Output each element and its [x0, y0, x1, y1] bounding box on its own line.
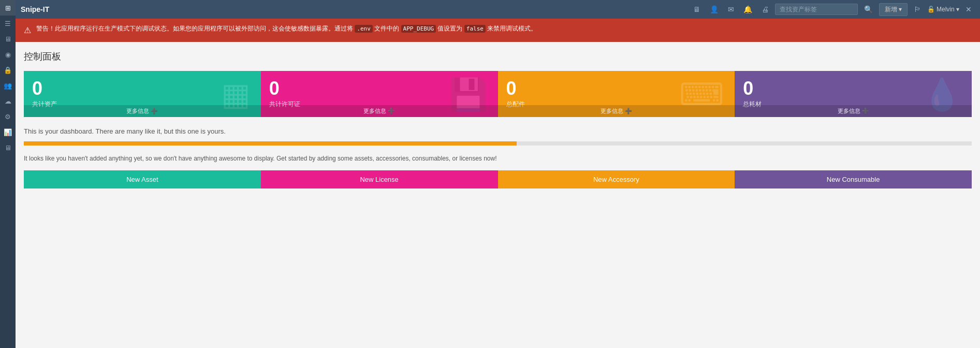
stat-card-0: 0 共计资产 ▦ 更多信息 ➕	[24, 71, 261, 117]
stat-card-2: 0 总配件 ⌨ 更多信息 ➕	[498, 71, 735, 117]
sidebar-item-assets[interactable]: 🖥	[0, 31, 16, 47]
alert-code-debug: APP_DEBUG	[401, 25, 436, 33]
stat-card-1: 0 共计许可证 💾 更多信息 ➕	[261, 71, 498, 117]
sidebar-item-dashboard[interactable]: ⊞	[0, 0, 16, 16]
alert-code-false: false	[464, 25, 486, 33]
stat-more-info[interactable]: 更多信息 ➕	[24, 105, 261, 117]
page-title: 控制面板	[24, 50, 972, 63]
action-buttons: New AssetNew LicenseNew AccessoryNew Con…	[24, 170, 972, 189]
action-btn-new-accessory[interactable]: New Accessory	[498, 170, 735, 189]
sidebar-item-menu[interactable]: ☰	[0, 16, 16, 31]
dashboard-text: This is your dashboard. There are many l…	[24, 127, 972, 135]
alert-code-env: .env	[355, 25, 373, 33]
sidebar-item-users[interactable]: 👥	[0, 78, 16, 93]
alert-message: 警告！此应用程序运行在生产模式下的调试状态。如果您的应用程序可以被外部访问，这会…	[36, 24, 537, 34]
empty-message: It looks like you haven't added anything…	[24, 154, 972, 163]
warning-icon: ⚠	[24, 24, 31, 37]
user-menu[interactable]: 🔓 Melvin ▾	[927, 6, 959, 13]
app-brand: Snipe-IT	[21, 5, 49, 13]
sidebar-item-accessories[interactable]: ◉	[0, 47, 16, 62]
nav-monitor-icon[interactable]: 🖥	[690, 3, 704, 16]
nav-close-icon[interactable]: ✕	[962, 3, 975, 16]
new-button[interactable]: 新增 ▾	[879, 3, 908, 16]
sidebar-item-lock[interactable]: 🔒	[0, 62, 16, 78]
username: Melvin ▾	[937, 6, 959, 13]
stat-number: 0	[32, 79, 253, 98]
stat-more-info[interactable]: 更多信息 ➕	[261, 105, 498, 117]
dashboard: 控制面板 0 共计资产 ▦ 更多信息 ➕ 0 共计许可证 💾 更多信息 ➕ 0 …	[16, 42, 980, 197]
sidebar-item-cloud[interactable]: ☁	[0, 93, 16, 109]
nav-envelope-icon[interactable]: ✉	[725, 3, 737, 16]
nav-flag-icon[interactable]: 🏳	[911, 3, 924, 16]
progress-bar-fill	[24, 141, 517, 146]
progress-bar-container	[24, 141, 972, 146]
sidebar: ⊞ ☰ 🖥 ◉ 🔒 👥 ☁ ⚙ 📊 🖥	[0, 0, 16, 348]
action-btn-new-consumable[interactable]: New Consumable	[735, 170, 972, 189]
action-btn-new-asset[interactable]: New Asset	[24, 170, 261, 189]
stats-row: 0 共计资产 ▦ 更多信息 ➕ 0 共计许可证 💾 更多信息 ➕ 0 总配件 ⌨…	[24, 71, 972, 117]
sidebar-item-monitor[interactable]: 🖥	[0, 140, 16, 155]
search-input[interactable]	[775, 4, 858, 15]
sidebar-item-settings[interactable]: ⚙	[0, 109, 16, 124]
user-icon: 🔓	[927, 6, 935, 13]
main-area: Snipe-IT 🖥 👤 ✉ 🔔 🖨 🔍 新增 ▾ 🏳 🔓 Melvin ▾ ✕…	[16, 0, 980, 348]
stat-more-info[interactable]: 更多信息 ➕	[498, 105, 735, 117]
nav-droplet-icon[interactable]: 🔔	[740, 3, 755, 16]
nav-user-icon[interactable]: 👤	[707, 3, 722, 16]
stat-more-info[interactable]: 更多信息 ➕	[735, 105, 972, 117]
sidebar-item-reports[interactable]: 📊	[0, 124, 16, 140]
alert-bar: ⚠ 警告！此应用程序运行在生产模式下的调试状态。如果您的应用程序可以被外部访问，…	[16, 19, 980, 42]
search-button[interactable]: 🔍	[861, 3, 876, 16]
action-btn-new-license[interactable]: New License	[261, 170, 498, 189]
topnav: Snipe-IT 🖥 👤 ✉ 🔔 🖨 🔍 新增 ▾ 🏳 🔓 Melvin ▾ ✕	[16, 0, 980, 19]
content: ⚠ 警告！此应用程序运行在生产模式下的调试状态。如果您的应用程序可以被外部访问，…	[16, 19, 980, 348]
nav-print-icon[interactable]: 🖨	[758, 3, 772, 16]
stat-card-3: 0 总耗材 💧 更多信息 ➕	[735, 71, 972, 117]
